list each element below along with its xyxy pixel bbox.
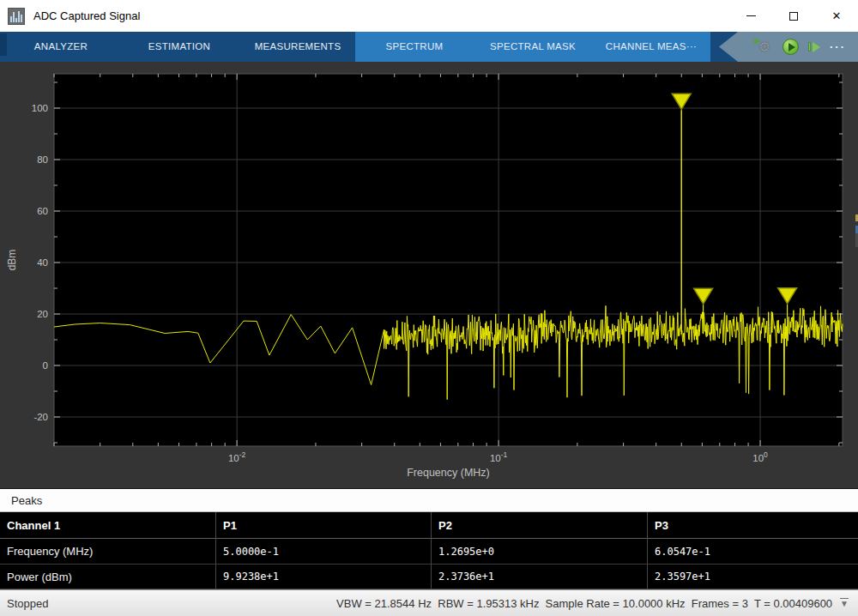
- spectrum-plot-area: -2002040608010010-210-1100dBmFrequency (…: [0, 62, 858, 488]
- y-tick-label: 100: [32, 103, 48, 113]
- y-tick-label: 80: [37, 154, 48, 165]
- status-expander-icon[interactable]: ▼: [840, 598, 849, 608]
- run-button[interactable]: [782, 39, 799, 55]
- y-tick-label: 20: [37, 309, 48, 319]
- quick-access-bar: ⚙ ···: [710, 32, 858, 62]
- more-options-button[interactable]: ···: [830, 32, 846, 62]
- title-bar: ADC Captured Signal ✕: [0, 0, 858, 32]
- step-forward-button[interactable]: [808, 42, 820, 52]
- tab-channel-meas[interactable]: CHANNEL MEAS···: [592, 32, 710, 62]
- maximize-icon: [789, 12, 798, 21]
- app-spectrum-icon: [8, 8, 25, 25]
- close-button[interactable]: ✕: [815, 0, 858, 32]
- y-tick-label: -20: [33, 412, 48, 422]
- x-tick-label: 10-2: [228, 450, 246, 463]
- quick-access-chevron: ⚙ ···: [716, 32, 858, 62]
- x-tick-label: 100: [752, 450, 768, 463]
- x-tick-label: 10-1: [490, 450, 508, 463]
- maximize-button[interactable]: [772, 0, 815, 32]
- y-tick-label: 0: [43, 360, 48, 371]
- peaks-col-channel: Channel 1: [0, 512, 216, 539]
- power-p2-value: 2.3736e+1: [432, 565, 648, 589]
- power-p1-value: 9.9238e+1: [216, 565, 432, 589]
- step-bar-icon: [808, 42, 811, 51]
- minimize-icon: [746, 15, 756, 16]
- tab-group-main: ANALYZER ESTIMATION MEASUREMENTS: [2, 32, 357, 62]
- peaks-col-p1: P1: [216, 512, 432, 539]
- close-icon: ✕: [832, 10, 842, 21]
- run-settings-button[interactable]: ⚙: [756, 39, 773, 56]
- status-info: VBW = 21.8544 Hz RBW = 1.95313 kHz Sampl…: [336, 597, 832, 610]
- status-state: Stopped: [7, 597, 48, 610]
- peaks-col-p2: P2: [432, 512, 648, 539]
- peaks-panel-header[interactable]: Peaks: [0, 488, 858, 512]
- window-controls: ✕: [729, 0, 858, 32]
- tab-spectrum[interactable]: SPECTRUM: [355, 32, 474, 62]
- freq-p1-value: 5.0000e-1: [216, 539, 432, 565]
- peaks-table: Channel 1 P1 P2 P3 Frequency (MHz) 5.000…: [0, 512, 858, 589]
- peaks-panel-title: Peaks: [11, 494, 42, 507]
- freq-p2-value: 1.2695e+0: [432, 539, 648, 565]
- tab-spectral-mask[interactable]: SPECTRAL MASK: [474, 32, 592, 62]
- tab-group-contextual: SPECTRUM SPECTRAL MASK CHANNEL MEAS···: [355, 32, 710, 62]
- play-icon: [789, 43, 795, 51]
- tab-analyzer[interactable]: ANALYZER: [2, 32, 120, 62]
- power-p3-value: 2.3597e+1: [648, 565, 858, 589]
- peaks-col-p3: P3: [648, 512, 858, 539]
- minimize-button[interactable]: [729, 0, 772, 32]
- tab-measurements[interactable]: MEASUREMENTS: [239, 32, 357, 62]
- window-title: ADC Captured Signal: [33, 9, 140, 22]
- status-bar: Stopped VBW = 21.8544 Hz RBW = 1.95313 k…: [0, 589, 858, 616]
- y-tick-label: 40: [37, 257, 48, 268]
- y-tick-label: 60: [37, 206, 48, 216]
- spectrum-plot[interactable]: -2002040608010010-210-1100dBmFrequency (…: [0, 62, 858, 488]
- tab-estimation[interactable]: ESTIMATION: [120, 32, 239, 62]
- freq-p3-value: 6.0547e-1: [648, 539, 858, 565]
- power-row-label: Power (dBm): [0, 565, 216, 589]
- spectrum-analyzer-window: ADC Captured Signal ✕ ANALYZER ESTIMATIO…: [0, 0, 858, 616]
- mini-play-icon: [754, 38, 760, 45]
- step-play-icon: [813, 42, 820, 52]
- freq-row-label: Frequency (MHz): [0, 539, 216, 565]
- y-axis-label: dBm: [6, 250, 18, 271]
- toolstrip: ANALYZER ESTIMATION MEASUREMENTS SPECTRU…: [0, 32, 858, 62]
- plot-canvas: [54, 74, 843, 446]
- x-axis-label: Frequency (MHz): [407, 467, 490, 479]
